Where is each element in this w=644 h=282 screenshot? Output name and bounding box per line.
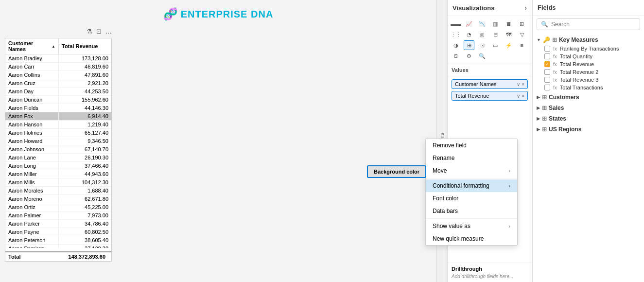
field-type-icon: fx — [553, 54, 557, 59]
viz-icon-line[interactable]: 📈 — [464, 19, 474, 29]
field-item[interactable]: fx Total Revenue 2 — [533, 68, 644, 76]
field-chip-actions[interactable]: ∨ × — [517, 82, 524, 87]
viz-icon-bar[interactable]: ▬▬ — [451, 19, 461, 29]
viz-icon-format[interactable]: 🗓 — [451, 51, 461, 61]
field-group: ▶ ⊞ Sales — [533, 103, 644, 113]
drillthrough-section: Drillthrough Add drillthrough fields her… — [448, 263, 532, 282]
row-value: 62,671.80 — [59, 195, 111, 203]
field-label: Total Quantity — [560, 53, 592, 59]
context-menu-move[interactable]: Move › — [426, 164, 517, 177]
group-name: Customers — [549, 94, 640, 101]
table-row[interactable]: Aaron Mills 104,312.30 — [5, 178, 111, 187]
viz-chevron[interactable]: › — [524, 4, 527, 12]
table-row[interactable]: Aaron Fox 6,914.40 — [5, 112, 111, 121]
field-item[interactable]: ✓ fx Total Revenue — [533, 60, 644, 68]
field-item[interactable]: fx Total Revenue 3 — [533, 76, 644, 84]
table-row[interactable]: Aaron Holmes 65,127.40 — [5, 129, 111, 137]
search-input[interactable] — [551, 21, 636, 28]
field-group-header[interactable]: ▼ 🔑 ⊞ Key Measures — [533, 35, 644, 45]
focus-icon[interactable]: ⊡ — [96, 28, 102, 35]
viz-icon-slicer[interactable]: ≡ — [517, 40, 527, 50]
viz-icon-analytics[interactable]: ⚙ — [464, 51, 474, 61]
table-row[interactable]: Aaron Ortiz 45,225.00 — [5, 203, 111, 212]
field-chip-actions-2[interactable]: ∨ × — [517, 93, 524, 99]
table-row[interactable]: Aaron Johnson 67,140.70 — [5, 145, 111, 154]
field-checkbox[interactable] — [544, 85, 550, 90]
table-row[interactable]: Aaron Palmer 7,973.00 — [5, 212, 111, 220]
field-chip-label-2: Total Revenue — [455, 93, 489, 99]
viz-icon-scatter[interactable]: ⋮⋮ — [451, 30, 461, 39]
viz-icon-pie[interactable]: ◔ — [464, 30, 474, 39]
row-value: 45,225.00 — [59, 203, 111, 211]
table-row[interactable]: Aaron Payne 60,802.50 — [5, 228, 111, 236]
table-row[interactable]: Aaron Long 37,466.40 — [5, 162, 111, 170]
context-menu-rename[interactable]: Rename — [426, 152, 517, 164]
viz-icon-treemap[interactable]: ⊟ — [490, 30, 501, 39]
table-row[interactable]: Aaron Peterson 38,605.40 — [5, 236, 111, 245]
filter-icon[interactable]: ⚗ — [87, 28, 92, 35]
table-row[interactable]: Aaron Ramirez 27,128.30 — [5, 245, 111, 248]
field-item[interactable]: fx Total Transactions — [533, 84, 644, 91]
context-menu-conditional-formatting[interactable]: Conditional formatting › — [426, 179, 517, 192]
field-checkbox[interactable] — [544, 53, 550, 59]
viz-icon-funnel[interactable]: ▽ — [517, 30, 527, 39]
row-name: Aaron Carr — [5, 63, 59, 70]
viz-icon-gauge[interactable]: ◑ — [451, 40, 461, 50]
context-menu-font-color[interactable]: Font color — [426, 192, 517, 205]
table-row[interactable]: Aaron Carr 46,819.60 — [5, 63, 111, 71]
field-chip-total-revenue[interactable]: Total Revenue ∨ × — [452, 91, 528, 101]
viz-icon-card[interactable]: ▭ — [490, 40, 501, 50]
table-row[interactable]: Aaron Lane 26,190.30 — [5, 154, 111, 162]
viz-icon-table[interactable]: ⊞ — [464, 40, 474, 50]
table-row[interactable]: Aaron Miller 44,943.60 — [5, 170, 111, 178]
field-group-header[interactable]: ▶ ⊞ US Regions — [533, 124, 644, 134]
viz-icon-area[interactable]: 📉 — [477, 19, 487, 29]
viz-icon-search-viz[interactable]: 🔍 — [477, 51, 487, 61]
fields-title: Fields — [538, 4, 556, 11]
viz-icon-matrix[interactable]: ⊡ — [477, 40, 487, 50]
table-row[interactable]: Aaron Day 44,253.50 — [5, 88, 111, 96]
viz-icon-ribbon[interactable]: ≣ — [504, 19, 514, 29]
context-menu-remove-field[interactable]: Remove field — [426, 139, 517, 152]
table-row[interactable]: Aaron Cruz 2,921.20 — [5, 79, 111, 88]
table-row[interactable]: Aaron Parker 34,786.40 — [5, 220, 111, 228]
viz-icon-waterfall[interactable]: ⊞ — [517, 19, 527, 29]
field-chip-customer-names[interactable]: Customer Names ∨ × — [452, 79, 528, 89]
background-color-button[interactable]: Background color — [367, 165, 426, 178]
table-row[interactable]: Aaron Morales 1,688.40 — [5, 187, 111, 195]
table-row[interactable]: Aaron Moreno 62,671.80 — [5, 195, 111, 203]
table-row[interactable]: Aaron Bradley 173,128.00 — [5, 54, 111, 63]
more-icon[interactable]: … — [105, 28, 112, 35]
field-group-header[interactable]: ▶ ⊞ Customers — [533, 92, 644, 102]
row-name: Aaron Morales — [5, 187, 59, 194]
table-row[interactable]: Aaron Collins 47,891.60 — [5, 71, 111, 79]
field-checkbox[interactable] — [544, 77, 550, 83]
table-row[interactable]: Aaron Duncan 155,962.60 — [5, 96, 111, 104]
field-checkbox[interactable] — [544, 46, 550, 52]
field-checkbox[interactable]: ✓ — [544, 61, 550, 67]
data-bars-label: Data bars — [433, 208, 458, 214]
field-item[interactable]: fx Ranking By Transactions — [533, 45, 644, 53]
context-menu-new-measure[interactable]: New quick measure — [426, 232, 517, 245]
table-row[interactable]: Aaron Howard 9,346.50 — [5, 137, 111, 145]
viz-icon-empty2 — [504, 51, 514, 61]
col2-header: Total Revenue — [59, 38, 111, 54]
context-menu-data-bars[interactable]: Data bars — [426, 205, 517, 217]
viz-icon-stacked-bar[interactable]: ▥ — [490, 19, 501, 29]
field-item[interactable]: fx Total Quantity — [533, 53, 644, 60]
search-box[interactable]: 🔍 — [537, 18, 640, 30]
table-row[interactable]: Aaron Hanson 1,219.40 — [5, 121, 111, 129]
field-group-header[interactable]: ▶ ⊞ Sales — [533, 103, 644, 113]
field-checkbox[interactable] — [544, 69, 550, 75]
viz-icon-map[interactable]: 🗺 — [504, 30, 514, 39]
fields-header: Fields — [533, 0, 644, 16]
field-group-header[interactable]: ▶ ⊞ States — [533, 114, 644, 123]
table-row[interactable]: Aaron Fields 44,146.30 — [5, 104, 111, 112]
row-value: 47,891.60 — [59, 71, 111, 79]
viz-icon-kpi[interactable]: ⚡ — [504, 40, 514, 50]
context-menu-show-value[interactable]: Show value as › — [426, 220, 517, 232]
viz-icon-donut[interactable]: ◎ — [477, 30, 487, 39]
row-name: Aaron Peterson — [5, 236, 59, 244]
field-label: Ranking By Transactions — [560, 46, 619, 52]
row-value: 1,219.40 — [59, 121, 111, 128]
